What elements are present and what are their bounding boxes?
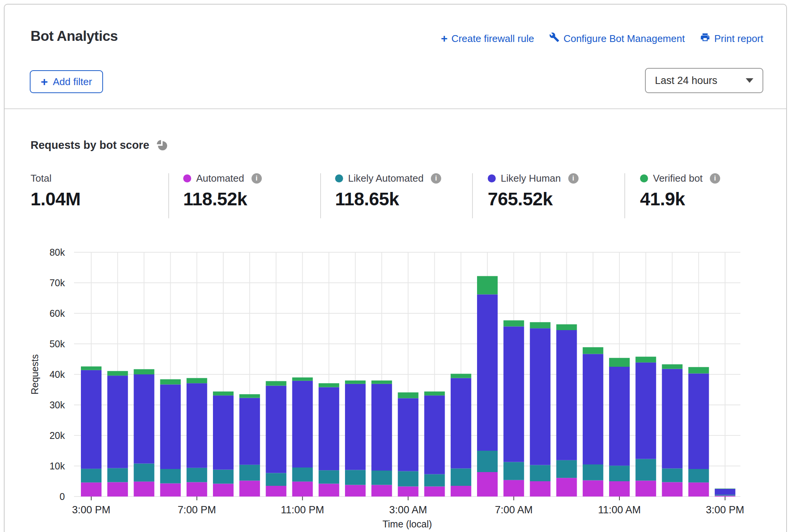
bar-segment[interactable] <box>345 470 366 485</box>
bar-segment[interactable] <box>477 451 498 472</box>
bar-segment[interactable] <box>583 480 603 497</box>
bar-segment[interactable] <box>107 376 128 468</box>
bar-segment[interactable] <box>715 489 735 495</box>
bar-segment[interactable] <box>635 363 656 459</box>
bar-segment[interactable] <box>213 470 234 484</box>
bar-segment[interactable] <box>266 486 286 497</box>
bar-segment[interactable] <box>424 487 445 497</box>
bar-segment[interactable] <box>583 464 603 480</box>
bar-segment[interactable] <box>662 482 682 497</box>
bar-segment[interactable] <box>424 474 445 487</box>
bar-segment[interactable] <box>81 366 102 370</box>
bar-segment[interactable] <box>424 392 445 395</box>
bar-segment[interactable] <box>81 469 102 482</box>
bar-segment[interactable] <box>134 369 154 374</box>
bar-segment[interactable] <box>503 320 524 326</box>
bar-segment[interactable] <box>451 486 471 497</box>
bar-segment[interactable] <box>398 471 418 487</box>
bar-segment[interactable] <box>451 468 471 486</box>
bar-segment[interactable] <box>266 473 286 486</box>
bar-segment[interactable] <box>134 374 154 464</box>
bar-segment[interactable] <box>187 468 207 482</box>
bar-segment[interactable] <box>609 358 630 367</box>
bar-segment[interactable] <box>530 481 550 497</box>
bar-segment[interactable] <box>715 495 735 495</box>
bar-segment[interactable] <box>239 398 260 465</box>
bar-segment[interactable] <box>345 485 366 497</box>
bar-segment[interactable] <box>187 378 207 384</box>
bar-segment[interactable] <box>688 469 709 482</box>
bar-segment[interactable] <box>398 398 418 471</box>
bar-segment[interactable] <box>239 480 260 497</box>
bar-segment[interactable] <box>266 386 286 473</box>
bar-segment[interactable] <box>662 369 682 469</box>
bar-segment[interactable] <box>134 464 154 482</box>
bar-segment[interactable] <box>503 480 524 497</box>
bar-segment[interactable] <box>239 394 260 398</box>
bar-segment[interactable] <box>371 380 392 384</box>
bar-segment[interactable] <box>662 364 682 369</box>
bar-segment[interactable] <box>477 472 498 497</box>
bar-segment[interactable] <box>319 484 339 497</box>
bar-segment[interactable] <box>715 488 735 489</box>
bar-segment[interactable] <box>213 395 234 469</box>
bar-segment[interactable] <box>187 482 207 497</box>
bar-segment[interactable] <box>609 481 630 497</box>
bar-segment[interactable] <box>134 482 154 497</box>
bar-segment[interactable] <box>556 478 577 497</box>
bar-segment[interactable] <box>530 465 550 481</box>
bar-segment[interactable] <box>345 380 366 384</box>
bar-segment[interactable] <box>530 328 550 465</box>
bar-segment[interactable] <box>292 377 313 381</box>
bar-segment[interactable] <box>292 482 313 497</box>
bar-segment[interactable] <box>688 482 709 497</box>
bar-segment[interactable] <box>451 378 471 469</box>
bar-segment[interactable] <box>556 330 577 460</box>
bar-segment[interactable] <box>81 482 102 497</box>
bar-segment[interactable] <box>503 462 524 480</box>
bar-segment[interactable] <box>319 470 339 484</box>
bar-segment[interactable] <box>503 326 524 462</box>
bar-segment[interactable] <box>292 381 313 468</box>
bar-segment[interactable] <box>213 484 234 497</box>
bar-segment[interactable] <box>583 354 603 464</box>
bar-segment[interactable] <box>477 294 498 451</box>
bar-segment[interactable] <box>81 370 102 469</box>
bar-segment[interactable] <box>107 482 128 497</box>
bar-segment[interactable] <box>213 392 234 395</box>
bar-segment[interactable] <box>160 469 181 484</box>
bar-segment[interactable] <box>371 485 392 497</box>
bar-segment[interactable] <box>635 357 656 363</box>
bar-segment[interactable] <box>398 392 418 398</box>
bar-segment[interactable] <box>160 484 181 497</box>
bar-segment[interactable] <box>556 460 577 478</box>
bar-segment[interactable] <box>319 387 339 471</box>
bar-segment[interactable] <box>635 459 656 481</box>
bar-segment[interactable] <box>160 384 181 469</box>
bar-segment[interactable] <box>371 471 392 485</box>
bar-segment[interactable] <box>187 383 207 468</box>
bar-segment[interactable] <box>609 466 630 481</box>
bar-segment[interactable] <box>319 383 339 387</box>
bar-segment[interactable] <box>107 371 128 376</box>
bar-segment[interactable] <box>556 324 577 330</box>
bar-segment[interactable] <box>345 384 366 470</box>
bar-segment[interactable] <box>688 367 709 374</box>
bar-segment[interactable] <box>424 395 445 474</box>
bar-segment[interactable] <box>530 322 550 328</box>
bar-segment[interactable] <box>688 374 709 469</box>
bar-segment[interactable] <box>583 347 603 354</box>
bar-segment[interactable] <box>266 381 286 386</box>
bar-segment[interactable] <box>398 487 418 497</box>
bar-segment[interactable] <box>662 468 682 482</box>
bar-segment[interactable] <box>635 480 656 497</box>
bar-segment[interactable] <box>371 384 392 471</box>
bar-segment[interactable] <box>609 367 630 466</box>
bar-segment[interactable] <box>239 465 260 481</box>
bar-segment[interactable] <box>715 496 735 497</box>
bar-segment[interactable] <box>107 468 128 482</box>
bar-segment[interactable] <box>160 379 181 385</box>
bar-segment[interactable] <box>292 468 313 482</box>
bar-segment[interactable] <box>477 276 498 294</box>
bar-segment[interactable] <box>451 374 471 378</box>
